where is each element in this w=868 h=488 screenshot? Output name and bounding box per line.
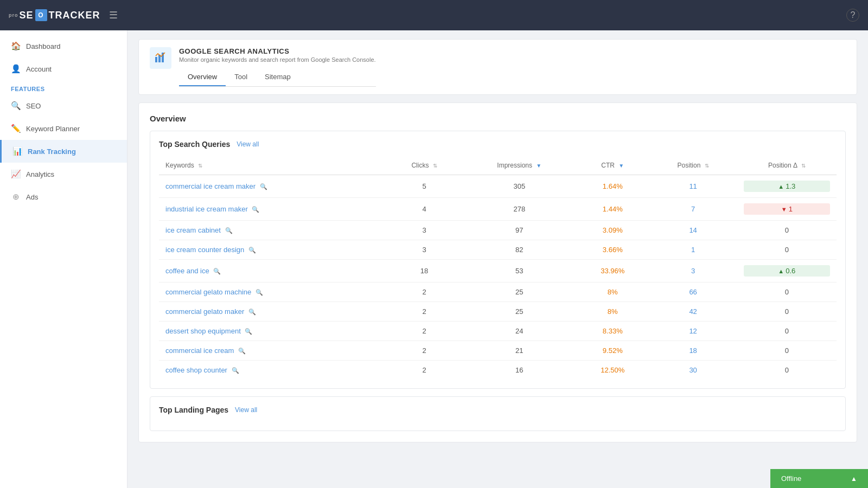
col-keywords[interactable]: Keywords ⇅ (159, 156, 386, 175)
sidebar-label-dashboard: Dashboard (26, 42, 61, 50)
seo-icon: 🔍 (11, 101, 21, 111)
tab-overview[interactable]: Overview (179, 68, 226, 86)
cell-ctr: 3.66% (576, 240, 649, 260)
svg-rect-0 (155, 57, 157, 62)
sidebar-item-account[interactable]: 👤 Account (0, 57, 127, 80)
cell-ctr: 12.50% (576, 361, 649, 380)
cell-delta: 0 (737, 282, 837, 302)
table-header-row: Keywords ⇅ Clicks ⇅ Impressions ▼ CTR ▼ … (159, 156, 837, 175)
search-queries-table: Keywords ⇅ Clicks ⇅ Impressions ▼ CTR ▼ … (159, 156, 837, 380)
cell-position: 14 (649, 221, 737, 240)
delta-neutral-badge: 0 (785, 366, 789, 374)
delta-neutral-badge: 0 (785, 346, 789, 355)
search-icon: 🔍 (238, 348, 246, 354)
cell-keyword[interactable]: commercial ice cream maker 🔍 (159, 175, 386, 198)
search-icon: 🔍 (225, 227, 233, 234)
cell-keyword[interactable]: ice cream counter design 🔍 (159, 240, 386, 260)
sidebar-item-dashboard[interactable]: 🏠 Dashboard (0, 35, 127, 57)
table-row: ice cream counter design 🔍3823.66%10 (159, 240, 837, 260)
col-ctr[interactable]: CTR ▼ (576, 156, 649, 175)
cell-keyword[interactable]: coffee and ice 🔍 (159, 260, 386, 282)
table-row: coffee shop counter 🔍21612.50%300 (159, 361, 837, 380)
cell-impressions: 24 (463, 322, 576, 341)
offline-badge[interactable]: Offline ▲ (770, 469, 868, 488)
keyword-planner-icon: ✏️ (11, 124, 21, 133)
logo: proSEOTRACKER (9, 9, 100, 21)
search-icon: 🔍 (248, 247, 256, 253)
cell-clicks: 2 (386, 361, 463, 380)
sidebar-item-analytics[interactable]: 📈 Analytics (0, 163, 127, 185)
top-landing-pages-card: Top Landing Pages View all (150, 396, 846, 431)
cell-keyword[interactable]: ice cream cabinet 🔍 (159, 221, 386, 240)
delta-negative-badge: ▼1 (744, 203, 830, 215)
table-row: commercial gelato machine 🔍2258%660 (159, 282, 837, 302)
offline-chevron-icon: ▲ (851, 475, 857, 483)
top-search-queries-card: Top Search Queries View all Keywords ⇅ C… (150, 131, 846, 389)
sidebar-label-rank-tracking: Rank Tracking (28, 147, 76, 156)
cell-impressions: 21 (463, 341, 576, 361)
cell-delta: 0 (737, 240, 837, 260)
table-row: commercial ice cream maker 🔍53051.64%11▲… (159, 175, 837, 198)
cell-clicks: 2 (386, 282, 463, 302)
cell-keyword[interactable]: commercial ice cream 🔍 (159, 341, 386, 361)
cell-delta: ▼1 (737, 198, 837, 221)
ads-icon: ⊕ (11, 192, 21, 202)
search-icon: 🔍 (248, 309, 256, 315)
cell-keyword[interactable]: dessert shop equipment 🔍 (159, 322, 386, 341)
tab-tool[interactable]: Tool (226, 68, 256, 86)
col-impressions[interactable]: Impressions ▼ (463, 156, 576, 175)
cell-position: 3 (649, 260, 737, 282)
search-icon: 🔍 (260, 183, 267, 190)
delta-neutral-badge: 0 (785, 288, 789, 296)
col-position[interactable]: Position ⇅ (649, 156, 737, 175)
view-all-pages[interactable]: View all (235, 406, 257, 414)
col-position-delta[interactable]: Position Δ ⇅ (737, 156, 837, 175)
sidebar-item-rank-tracking[interactable]: 📊 Rank Tracking (0, 140, 127, 163)
account-icon: 👤 (11, 64, 21, 74)
col-clicks[interactable]: Clicks ⇅ (386, 156, 463, 175)
cell-ctr: 9.52% (576, 341, 649, 361)
cell-position: 11 (649, 175, 737, 198)
delta-neutral-badge: 0 (785, 327, 789, 335)
features-section-label: FEATURES (0, 80, 127, 94)
cell-ctr: 33.96% (576, 260, 649, 282)
menu-button[interactable]: ☰ (109, 9, 118, 21)
cell-keyword[interactable]: commercial gelato maker 🔍 (159, 302, 386, 322)
sidebar-item-ads[interactable]: ⊕ Ads (0, 185, 127, 208)
cell-delta: ▲1.3 (737, 175, 837, 198)
home-icon: 🏠 (11, 41, 21, 51)
main-content: GOOGLE SEARCH ANALYTICS Monitor organic … (127, 30, 868, 488)
cell-delta: 0 (737, 341, 837, 361)
sidebar-item-keyword-planner[interactable]: ✏️ Keyword Planner (0, 117, 127, 140)
delta-neutral-badge: 0 (785, 226, 789, 234)
table-body: commercial ice cream maker 🔍53051.64%11▲… (159, 175, 837, 380)
card-header-pages: Top Landing Pages View all (159, 406, 837, 414)
cell-keyword[interactable]: coffee shop counter 🔍 (159, 361, 386, 380)
cell-keyword[interactable]: commercial gelato machine 🔍 (159, 282, 386, 302)
cell-impressions: 278 (463, 198, 576, 221)
page-header-text: GOOGLE SEARCH ANALYTICS Monitor organic … (179, 47, 376, 87)
sidebar-label-analytics: Analytics (26, 170, 54, 178)
search-icon: 🔍 (213, 268, 221, 274)
cell-clicks: 2 (386, 322, 463, 341)
table-row: ice cream cabinet 🔍3973.09%140 (159, 221, 837, 240)
cell-position: 18 (649, 341, 737, 361)
table-row: commercial gelato maker 🔍2258%420 (159, 302, 837, 322)
pro-label: pro (9, 12, 18, 18)
sidebar-item-seo[interactable]: 🔍 SEO (0, 94, 127, 117)
analytics-icon: 📈 (11, 169, 21, 179)
cell-impressions: 97 (463, 221, 576, 240)
cell-clicks: 3 (386, 240, 463, 260)
table-row: dessert shop equipment 🔍2248.33%120 (159, 322, 837, 341)
help-button[interactable]: ? (846, 9, 859, 22)
card-title-queries: Top Search Queries (159, 140, 230, 149)
view-all-queries[interactable]: View all (237, 140, 259, 148)
cell-clicks: 5 (386, 175, 463, 198)
page-header-icon (150, 47, 171, 69)
sidebar-label-ads: Ads (26, 193, 38, 201)
cell-keyword[interactable]: industrial ice cream maker 🔍 (159, 198, 386, 221)
search-icon: 🔍 (256, 289, 263, 296)
tab-sitemap[interactable]: Sitemap (256, 68, 299, 86)
cell-delta: 0 (737, 302, 837, 322)
overview-section: Overview Top Search Queries View all Key… (138, 102, 857, 442)
